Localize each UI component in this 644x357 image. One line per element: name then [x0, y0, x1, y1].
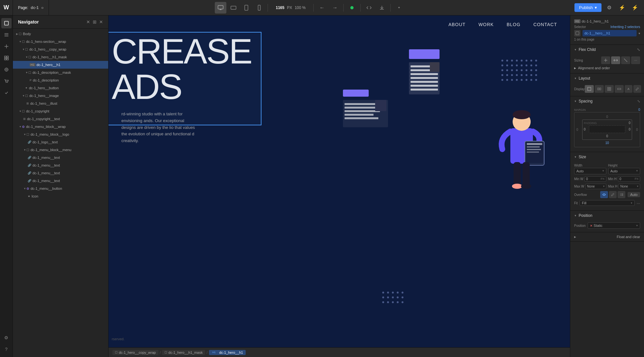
display-text-button[interactable]: A	[625, 85, 632, 93]
code-view-button[interactable]	[363, 2, 375, 14]
layout-header[interactable]: ▼ Layout	[570, 73, 644, 83]
margin-bottom-value[interactable]: 10	[605, 141, 609, 145]
navigator-settings-button[interactable]: ✕	[99, 19, 103, 24]
margin-top-value[interactable]: 0	[606, 115, 608, 119]
sidebar-ecommerce-button[interactable]	[1, 76, 12, 86]
sidebar-interactions-button[interactable]	[1, 88, 12, 98]
display-flex-button[interactable]	[595, 85, 604, 93]
breadcrumb-hero-copy-wrap[interactable]: ☐ dc-1_hero__copy_wrap	[112, 350, 158, 355]
overflow-visible-button[interactable]	[600, 191, 608, 198]
tablet-view-button[interactable]	[241, 2, 252, 14]
publish-button[interactable]: Publish ▾	[574, 3, 601, 12]
max-w-dropdown: ▾	[603, 185, 605, 188]
padding-left-value[interactable]: 0	[584, 128, 588, 131]
tree-item-hero-copy-wrap[interactable]: ▼ ☐ dc-1_hero__copy_wrap	[13, 45, 108, 53]
alignment-order-row[interactable]: ▶ Alignment and order	[574, 66, 640, 70]
spacing-expand-icon[interactable]: ⤡	[637, 99, 640, 103]
overflow-auto-button[interactable]: Auto	[628, 192, 640, 197]
tree-item-menu-text-3[interactable]: 🔗 dc-1_menu__text	[13, 169, 108, 177]
padding-value[interactable]: 0	[629, 121, 630, 125]
overflow-scroll-button[interactable]	[618, 191, 625, 198]
sizing-shrink-button[interactable]	[601, 56, 610, 64]
canvas-area[interactable]: ABOUT WORK BLOG CONTACT CREASE ADS	[109, 15, 570, 357]
sidebar-cms-button[interactable]	[1, 64, 12, 75]
nav-link-contact[interactable]: CONTACT	[533, 22, 557, 27]
sidebar-pages-button[interactable]	[1, 18, 12, 28]
breadcrumb-hero-h1-mask[interactable]: ☐ dc-1_hero__h1_mask	[162, 350, 205, 355]
selector-dropdown-icon[interactable]: ▾	[639, 32, 640, 35]
undo-button[interactable]: ←	[316, 2, 328, 14]
flex-child-collapse-icon[interactable]: ⤡	[637, 47, 640, 52]
nav-link-blog[interactable]: BLOG	[507, 22, 520, 27]
fit-select[interactable]: Fill ▾	[580, 200, 635, 206]
tree-item-copyright[interactable]: ▼ ☐ dc-1_copyright	[13, 107, 108, 115]
navigator-close-button[interactable]: ✕	[86, 19, 90, 24]
float-clear-header[interactable]: ▶ Float and clear	[570, 232, 644, 241]
tree-item-copyright-text[interactable]: ⊞ dc-1_copyright__text	[13, 115, 108, 123]
spacing-header[interactable]: ▼ Spacing ⤡	[570, 96, 644, 106]
mobile-view-button[interactable]	[253, 2, 265, 14]
sidebar-layers-button[interactable]	[1, 30, 12, 40]
breadcrumb-hero-h1[interactable]: H1 dc-1_hero__h1	[209, 350, 246, 355]
export-button[interactable]	[376, 2, 388, 14]
margin-value[interactable]: 0	[638, 108, 640, 111]
tree-item-logo-text[interactable]: 🔗 dc-1_logo__text	[13, 138, 108, 146]
height-value[interactable]: Auto ▾	[608, 168, 640, 174]
tree-item-menu-text-4[interactable]: 🔗 dc-1_menu__text	[13, 177, 108, 185]
tree-item-menu-text-1[interactable]: 🔗 dc-1_menu__text	[13, 154, 108, 161]
nav-link-about[interactable]: ABOUT	[449, 22, 466, 27]
size-header[interactable]: ▼ Size	[570, 152, 644, 162]
fit-more-button[interactable]: ···	[637, 201, 640, 206]
tree-item-hero-illust[interactable]: ⊞ dc-1_hero__illust	[13, 100, 108, 107]
max-h-value[interactable]: None ▾	[619, 184, 640, 189]
tree-item-menu-button[interactable]: ▼ ⚙ dc-1_menu__button	[13, 185, 108, 192]
padding-right-value[interactable]: 0	[626, 128, 630, 131]
tree-item-hero-image[interactable]: ▼ ☐ dc-1_hero__image	[13, 92, 108, 100]
sidebar-add-button[interactable]	[1, 41, 12, 52]
sizing-grow-shrink-button[interactable]	[611, 56, 620, 64]
sidebar-help-button[interactable]: ?	[1, 344, 12, 354]
tablet-landscape-view-button[interactable]	[228, 2, 239, 14]
flex-child-header[interactable]: ▼ Flex Child ⤡	[570, 45, 644, 54]
desktop-view-button[interactable]	[215, 2, 226, 14]
nav-link-work[interactable]: WORK	[478, 22, 494, 27]
display-block-button[interactable]	[585, 85, 594, 93]
redo-button[interactable]: →	[329, 2, 341, 14]
min-h-value[interactable]: 0 PX	[618, 176, 640, 182]
navigator-expand-button[interactable]: ⊞	[93, 19, 97, 24]
tree-item-description-mask[interactable]: ▼ ☐ dc-1_description__mask	[13, 69, 108, 76]
padding-bottom-value[interactable]: 0	[606, 134, 608, 138]
tree-item-menu-block-logo[interactable]: ▼ ☐ dc-1_menu_block__logo	[13, 130, 108, 138]
tree-item-menu-block-wrap[interactable]: ▼ ⚙ dc-1_menu_block__wrap	[13, 123, 108, 130]
margin-right-value[interactable]: 0	[633, 128, 638, 131]
tree-item-hero-button[interactable]: ✦ dc-1_hero__button	[13, 84, 108, 92]
display-edit-button[interactable]	[633, 85, 641, 93]
notification-icon[interactable]: ⚡	[630, 3, 640, 13]
max-w-value[interactable]: None ▾	[585, 184, 606, 189]
sidebar-assets-button[interactable]	[1, 53, 12, 63]
position-title: ▼ Position	[574, 213, 592, 218]
tree-item-description[interactable]: P dc-1_description	[13, 76, 108, 84]
display-grid-button[interactable]	[605, 85, 614, 93]
position-header[interactable]: ▼ Position	[570, 211, 644, 220]
sizing-more-button[interactable]: ···	[631, 56, 640, 64]
display-inline-button[interactable]	[615, 85, 624, 93]
width-value[interactable]: Auto ▾	[574, 168, 606, 174]
sizing-none-button[interactable]	[621, 56, 630, 64]
tree-item-body[interactable]: ▶ ☐ Body	[13, 30, 108, 38]
activity-icon[interactable]: ⚡	[617, 3, 627, 13]
position-value-control[interactable]: ✕ Static ▾	[588, 222, 640, 229]
sidebar-settings-button[interactable]: ⚙	[1, 333, 12, 343]
tree-item-menu-block-menu[interactable]: ▼ ☐ dc-1_menu_block__menu	[13, 146, 108, 154]
overflow-edit-button[interactable]	[609, 191, 617, 198]
tree-item-hero-h1[interactable]: H1 dc-1_hero__h1	[13, 61, 108, 69]
tree-item-hero-section-wrap[interactable]: ▼ ☐ dc-1_hero-section__wrap	[13, 38, 108, 45]
tree-item-icon[interactable]: ★ Icon	[13, 192, 108, 200]
tree-item-menu-text-2[interactable]: 🔗 dc-1_menu__text	[13, 161, 108, 169]
margin-left-value[interactable]: 0	[576, 128, 582, 131]
settings-button[interactable]: ⚙	[604, 3, 614, 13]
app-logo[interactable]: W	[0, 0, 13, 15]
min-w-value[interactable]: 0 PX	[584, 176, 606, 182]
selector-input[interactable]: dc-1__hero__h1	[582, 30, 637, 36]
tree-item-hero-h1-mask[interactable]: ▼ ☐ dc-1_hero__h1_mask	[13, 53, 108, 61]
